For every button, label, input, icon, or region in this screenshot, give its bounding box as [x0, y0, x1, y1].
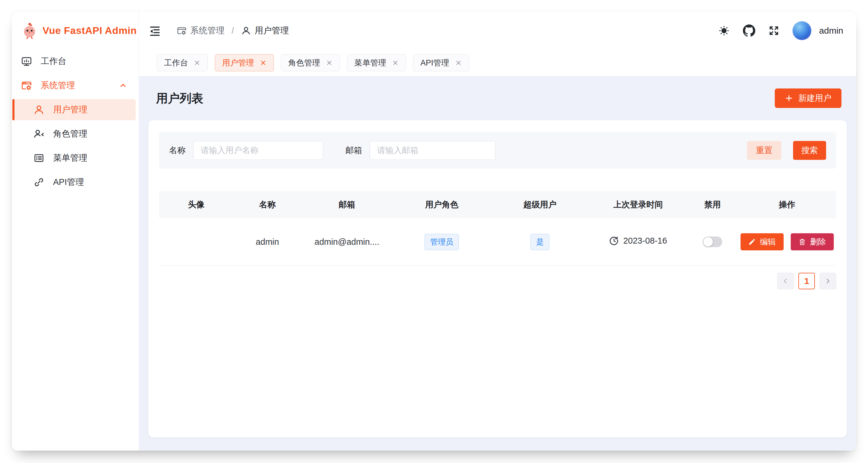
name-filter-input[interactable] [193, 141, 323, 160]
search-button[interactable]: 搜索 [793, 141, 826, 160]
name-filter-label: 名称 [169, 145, 186, 156]
page-title-row: 用户列表 新建用户 [148, 76, 847, 120]
tab-label: 用户管理 [222, 58, 254, 68]
email-filter-input[interactable] [370, 141, 495, 160]
sidebar-item-roles[interactable]: 角色管理 [12, 123, 136, 144]
pencil-icon [748, 238, 756, 246]
close-icon[interactable] [392, 60, 399, 66]
breadcrumb-users[interactable]: 用户管理 [241, 25, 289, 37]
breadcrumb: 系统管理 / 用户管理 [177, 25, 289, 37]
delete-label: 删除 [810, 236, 826, 247]
breadcrumb-system[interactable]: 系统管理 [177, 25, 224, 37]
cell-actions: 编辑 删除 [738, 218, 836, 266]
sidebar-item-menus[interactable]: 菜单管理 [12, 147, 136, 169]
cell-disabled [687, 218, 738, 266]
sidebar: Vue FastAPI Admin 工作台 [12, 12, 139, 451]
menu-list-icon [33, 152, 45, 164]
collapse-sidebar-icon[interactable] [149, 25, 161, 37]
cell-avatar [159, 218, 234, 266]
create-user-button[interactable]: 新建用户 [775, 89, 841, 108]
sidebar-item-system[interactable]: 系统管理 [12, 75, 136, 96]
sidebar-menu: 工作台 系统管理 [12, 46, 139, 196]
pagination: 1 [159, 273, 836, 289]
tab-label: 菜单管理 [354, 58, 386, 68]
system-gear-icon [21, 79, 32, 91]
next-page-button[interactable] [819, 273, 836, 289]
chevron-right-icon [824, 277, 832, 285]
chicken-logo-icon [22, 22, 38, 39]
chevron-left-icon [781, 277, 789, 285]
col-last-login: 上次登录时间 [589, 191, 687, 218]
user-avatar[interactable] [793, 21, 811, 40]
cell-role: 管理员 [393, 218, 491, 266]
fullscreen-icon[interactable] [768, 25, 779, 36]
tab-label: API管理 [421, 58, 450, 68]
create-user-label: 新建用户 [798, 93, 831, 104]
users-table: 头像 名称 邮箱 用户角色 超级用户 上次登录时间 禁用 操作 [159, 191, 836, 266]
system-gear-icon [177, 26, 187, 36]
cell-name: admin [234, 218, 301, 266]
close-icon[interactable] [260, 60, 267, 66]
page-content: 用户列表 新建用户 名称 邮箱 重置 [139, 76, 856, 451]
tab-users[interactable]: 用户管理 [215, 54, 274, 71]
monitor-icon [21, 56, 32, 67]
close-icon[interactable] [326, 60, 333, 66]
edit-button[interactable]: 编辑 [741, 233, 784, 251]
delete-button[interactable]: 删除 [791, 233, 834, 251]
user-icon [241, 26, 251, 36]
sidebar-item-workbench[interactable]: 工作台 [12, 51, 136, 72]
sidebar-item-label: 系统管理 [41, 79, 75, 91]
tab-roles[interactable]: 角色管理 [281, 54, 340, 71]
tab-label: 角色管理 [288, 58, 320, 68]
edit-label: 编辑 [760, 236, 776, 247]
close-icon[interactable] [455, 60, 462, 66]
tab-menus[interactable]: 菜单管理 [347, 54, 406, 71]
github-icon[interactable] [743, 25, 755, 37]
app-logo[interactable]: Vue FastAPI Admin [12, 12, 139, 46]
close-icon[interactable] [194, 60, 200, 66]
col-avatar: 头像 [159, 191, 234, 218]
app-window: Vue FastAPI Admin 工作台 [12, 12, 856, 451]
table-row: admin admin@admin.... 管理员 是 [159, 218, 836, 266]
page-number-button[interactable]: 1 [798, 273, 815, 289]
main-area: 系统管理 / 用户管理 [139, 12, 856, 451]
tabs-bar: 工作台 用户管理 角色管理 菜单管理 [139, 49, 856, 76]
top-header: 系统管理 / 用户管理 [139, 12, 856, 49]
tab-api[interactable]: API管理 [413, 54, 469, 71]
user-icon [33, 104, 45, 115]
sidebar-item-api[interactable]: API管理 [12, 172, 136, 193]
chevron-up-icon [119, 81, 127, 90]
role-tag: 管理员 [425, 234, 459, 250]
toggle-knob [703, 237, 713, 246]
disabled-toggle[interactable] [703, 236, 722, 247]
cell-email: admin@admin.... [301, 218, 393, 266]
page-title: 用户列表 [156, 90, 203, 106]
theme-sun-icon[interactable] [718, 25, 730, 37]
prev-page-button[interactable] [777, 273, 794, 289]
last-login-value: 2023-08-16 [623, 236, 667, 246]
superuser-tag: 是 [530, 234, 549, 250]
app-title: Vue FastAPI Admin [42, 25, 137, 36]
tab-label: 工作台 [164, 58, 188, 68]
api-link-icon [33, 176, 45, 188]
table-header-row: 头像 名称 邮箱 用户角色 超级用户 上次登录时间 禁用 操作 [159, 191, 836, 218]
breadcrumb-separator: / [231, 26, 234, 36]
sidebar-item-label: 用户管理 [53, 104, 87, 115]
trash-icon [798, 238, 806, 246]
tab-workbench[interactable]: 工作台 [157, 54, 208, 71]
col-name: 名称 [234, 191, 301, 218]
clock-history-icon [609, 236, 619, 246]
role-icon [33, 128, 45, 140]
sidebar-item-users[interactable]: 用户管理 [12, 99, 136, 120]
email-filter-label: 邮箱 [345, 145, 362, 156]
col-actions: 操作 [738, 191, 836, 218]
col-email: 邮箱 [301, 191, 393, 218]
username[interactable]: admin [819, 26, 843, 36]
plus-icon [785, 94, 793, 102]
col-disabled: 禁用 [687, 191, 738, 218]
sidebar-item-label: 工作台 [41, 56, 66, 67]
sidebar-item-label: 角色管理 [53, 128, 87, 140]
col-superuser: 超级用户 [491, 191, 589, 218]
sidebar-item-label: API管理 [53, 176, 84, 188]
reset-button[interactable]: 重置 [747, 141, 781, 160]
